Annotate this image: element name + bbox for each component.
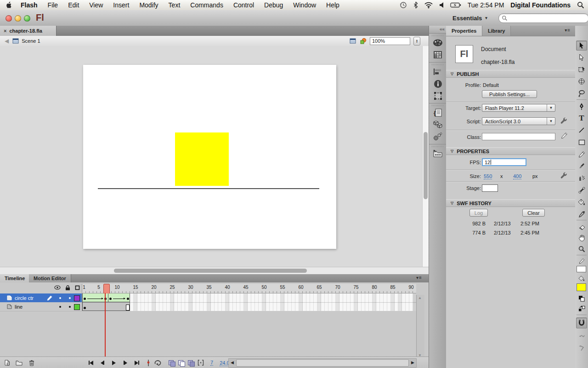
log-button[interactable]: Log <box>469 209 488 217</box>
layer-color-swatch[interactable] <box>74 304 80 310</box>
layer-row-line[interactable]: line <box>0 302 82 311</box>
swap-colors-icon[interactable] <box>576 304 587 314</box>
bone-tool[interactable] <box>576 185 587 195</box>
current-frame-indicator[interactable]: 7 <box>210 360 213 366</box>
timeline-horizontal-scrollbar[interactable]: ◀ ▶ <box>228 358 417 368</box>
hand-tool[interactable] <box>576 233 587 243</box>
center-frame-icon[interactable] <box>147 359 150 367</box>
window-minimize-button[interactable] <box>15 15 21 22</box>
zoom-stepper[interactable]: ▲▼ <box>413 37 420 46</box>
subselection-tool[interactable] <box>576 52 587 63</box>
selection-tool[interactable] <box>576 40 587 51</box>
stage-vertical-scrollbar[interactable] <box>422 46 429 267</box>
publish-settings-button[interactable]: Publish Settings... <box>482 90 537 98</box>
playhead[interactable] <box>103 284 110 294</box>
line-tool[interactable] <box>576 125 587 135</box>
timeline-horizontal-scroll-thumb[interactable] <box>236 359 409 367</box>
motion-tween-span[interactable] <box>82 293 130 302</box>
window-close-button[interactable] <box>6 15 12 22</box>
menu-help[interactable]: Help <box>326 1 339 9</box>
class-input[interactable] <box>482 133 555 140</box>
layer-lock-dot[interactable] <box>69 306 71 308</box>
menu-modify[interactable]: Modify <box>139 1 158 9</box>
layer-name[interactable]: line <box>15 304 23 310</box>
menu-control[interactable]: Control <box>233 1 254 9</box>
apple-menu-icon[interactable] <box>6 1 12 9</box>
zoom-level-input[interactable]: 100% <box>370 37 410 45</box>
search-input[interactable] <box>508 15 578 22</box>
document-tab[interactable]: × chapter-18.fla <box>0 26 57 36</box>
tab-motion-editor[interactable]: Motion Editor <box>29 274 71 282</box>
stage-width-hot-text[interactable]: 550 <box>484 173 492 179</box>
layer-visible-dot[interactable] <box>59 297 61 299</box>
lasso-tool[interactable] <box>576 88 587 98</box>
layer-lock-dot[interactable] <box>69 297 71 299</box>
black-and-white-icon[interactable] <box>576 293 587 304</box>
motion-presets-panel-icon[interactable] <box>429 131 447 143</box>
show-hide-layers-icon[interactable] <box>54 285 61 290</box>
scroll-right-icon[interactable]: ▶ <box>411 360 414 365</box>
loop-playback-icon[interactable] <box>154 360 162 366</box>
script-settings-wrench-icon[interactable] <box>560 117 567 124</box>
components-panel-icon[interactable] <box>429 119 447 131</box>
layer-visible-dot[interactable] <box>59 306 61 308</box>
go-to-first-frame-button[interactable] <box>86 359 95 367</box>
transform-panel-icon[interactable] <box>429 90 447 102</box>
menu-view[interactable]: View <box>89 1 103 9</box>
scroll-left-icon[interactable]: ◀ <box>231 360 234 365</box>
layer-color-swatch[interactable] <box>74 295 80 301</box>
tab-properties[interactable]: Properties <box>446 26 482 36</box>
info-panel-icon[interactable] <box>429 78 447 90</box>
horizontal-line-shape[interactable] <box>98 188 319 189</box>
battery-icon[interactable] <box>450 2 461 8</box>
menu-commands[interactable]: Commands <box>190 1 223 9</box>
section-header-swf-history[interactable]: ▽ SWF HISTORY <box>446 199 575 207</box>
timeline-panel-menu-icon[interactable]: ▾≡ <box>416 275 422 280</box>
new-layer-button[interactable] <box>3 359 11 367</box>
scroll-up-icon[interactable]: ▲ <box>418 296 422 300</box>
script-dropdown[interactable]: ActionScript 3.0 ▼ <box>482 117 555 125</box>
timeline-vertical-scrollbar[interactable]: ▲ ▼ <box>416 295 424 358</box>
modify-markers-icon[interactable] <box>198 360 204 366</box>
properties-panel-menu-icon[interactable]: ▾≡ <box>565 28 571 33</box>
stage-horizontal-scrollbar[interactable] <box>0 267 429 275</box>
project-panel-icon[interactable] <box>429 148 447 160</box>
size-settings-wrench-icon[interactable] <box>560 172 567 179</box>
menubar-user[interactable]: Digital Foundations <box>510 1 571 9</box>
eraser-tool[interactable] <box>576 222 587 232</box>
outline-layers-icon[interactable] <box>75 285 80 290</box>
wifi-icon[interactable] <box>424 2 433 8</box>
code-snippets-panel-icon[interactable]: { <box>429 107 447 119</box>
stroke-color-swatch[interactable] <box>577 266 586 272</box>
go-to-last-frame-button[interactable] <box>132 359 141 367</box>
back-arrow-icon[interactable]: ◀ <box>5 38 9 44</box>
menu-window[interactable]: Window <box>293 1 316 9</box>
section-header-properties[interactable]: ▽ PROPERTIES <box>446 147 575 155</box>
straighten-button[interactable] <box>576 343 587 353</box>
menu-debug[interactable]: Debug <box>264 1 283 9</box>
zoom-tool[interactable] <box>576 244 587 254</box>
static-frame-span[interactable] <box>82 302 130 311</box>
paint-bucket-tool[interactable] <box>576 197 587 207</box>
tab-close-icon[interactable]: × <box>4 28 6 34</box>
bluetooth-icon[interactable] <box>413 1 418 9</box>
yellow-rectangle-shape[interactable] <box>175 132 229 186</box>
play-button[interactable] <box>109 359 118 367</box>
eyedropper-tool[interactable] <box>576 209 587 219</box>
smooth-button[interactable] <box>576 331 587 341</box>
workspace-switcher[interactable]: Essentials ▾ <box>452 14 487 22</box>
section-header-publish[interactable]: ▽ PUBLISH <box>446 70 575 78</box>
fps-input[interactable]: 12 <box>482 158 526 166</box>
swatches-panel-icon[interactable] <box>429 49 447 61</box>
edit-scene-icon[interactable] <box>350 38 356 44</box>
onion-skin-icon[interactable] <box>169 360 175 365</box>
layer-name[interactable]: circle ctr <box>15 295 34 301</box>
edit-symbols-icon[interactable] <box>360 38 367 45</box>
fill-color-bucket-icon[interactable] <box>576 274 587 282</box>
stage-canvas[interactable] <box>83 65 336 249</box>
help-search-field[interactable] <box>498 13 588 23</box>
text-tool[interactable]: T <box>576 113 587 123</box>
menu-file[interactable]: File <box>48 1 58 9</box>
menu-edit[interactable]: Edit <box>68 1 79 9</box>
3d-rotation-tool[interactable] <box>576 76 587 86</box>
